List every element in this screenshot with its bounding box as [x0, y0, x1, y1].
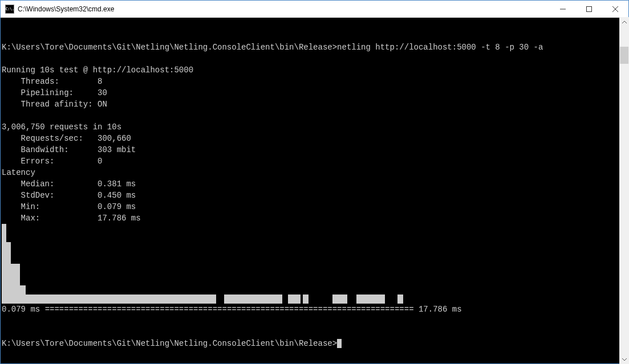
cmd-window: C:\. C:\Windows\System32\cmd.exe K:\User…	[0, 0, 629, 364]
svg-rect-1	[587, 7, 592, 12]
max-label: Max:	[2, 214, 98, 223]
errors-value: 0	[98, 157, 102, 166]
rps-label: Requests/sec:	[2, 134, 98, 143]
summary-line: 3,006,750 requests in 10s	[2, 122, 121, 132]
text-cursor	[337, 339, 342, 348]
titlebar[interactable]: C:\. C:\Windows\System32\cmd.exe	[1, 1, 628, 18]
pipelining-value: 30	[98, 88, 107, 97]
latency-histogram	[2, 224, 628, 304]
min-value: 0.079 ms	[98, 202, 136, 211]
console-viewport[interactable]: K:\Users\Tore\Documents\Git\Netling\Netl…	[1, 18, 628, 363]
maximize-button[interactable]	[576, 1, 602, 18]
histogram-bar	[2, 224, 6, 304]
scrollbar-track[interactable]	[619, 27, 629, 354]
minimize-icon	[560, 6, 566, 12]
chevron-up-icon	[622, 21, 627, 23]
close-icon	[612, 6, 618, 12]
cmd-icon: C:\.	[5, 5, 14, 14]
prompt-path: K:\Users\Tore\Documents\Git\Netling\Netl…	[2, 43, 337, 52]
threads-value: 8	[98, 77, 102, 86]
threads-label: Threads:	[2, 77, 98, 86]
stddev-value: 0.450 ms	[98, 191, 136, 200]
histogram-bar	[397, 295, 403, 304]
latency-header: Latency	[2, 168, 35, 177]
histogram-bar	[303, 295, 309, 304]
axis-bar: ========================================…	[45, 305, 414, 314]
histogram-bar	[6, 242, 11, 304]
command-text: netling http://localhost:5000 -t 8 -p 30…	[337, 43, 543, 52]
histogram-bar	[26, 295, 216, 304]
histogram-bar	[11, 264, 20, 304]
histogram-bar	[20, 285, 26, 304]
bandwidth-label: Bandwidth:	[2, 145, 98, 154]
thread-afinity-value: ON	[98, 100, 107, 109]
window-title: C:\Windows\System32\cmd.exe	[18, 5, 114, 13]
scroll-down-button[interactable]	[619, 354, 629, 364]
median-value: 0.381 ms	[98, 179, 136, 189]
running-line: Running 10s test @ http://localhost:5000	[2, 66, 193, 75]
rps-value: 300,660	[98, 134, 131, 143]
histogram-bar	[356, 295, 385, 304]
window-controls	[550, 1, 628, 18]
maximize-icon	[586, 6, 592, 12]
bandwidth-value: 303 mbit	[98, 145, 136, 154]
chevron-down-icon	[622, 358, 627, 361]
histogram-bar	[332, 295, 347, 304]
scrollbar-thumb[interactable]	[620, 47, 628, 64]
vertical-scrollbar[interactable]	[619, 17, 629, 364]
close-button[interactable]	[602, 1, 628, 18]
max-value: 17.786 ms	[98, 214, 141, 223]
prompt-path-2: K:\Users\Tore\Documents\Git\Netling\Netl…	[2, 339, 337, 348]
axis-max: 17.786 ms	[414, 305, 462, 314]
histogram-bar	[288, 295, 301, 304]
median-label: Median:	[2, 179, 98, 189]
min-label: Min:	[2, 202, 98, 211]
scroll-up-button[interactable]	[619, 17, 629, 27]
errors-label: Errors:	[2, 157, 98, 166]
pipelining-label: Pipelining:	[2, 88, 98, 97]
histogram-bar	[224, 295, 282, 304]
stddev-label: StdDev:	[2, 191, 98, 200]
minimize-button[interactable]	[550, 1, 576, 18]
axis-min: 0.079 ms	[2, 305, 45, 314]
thread-afinity-label: Thread afinity:	[2, 100, 98, 109]
